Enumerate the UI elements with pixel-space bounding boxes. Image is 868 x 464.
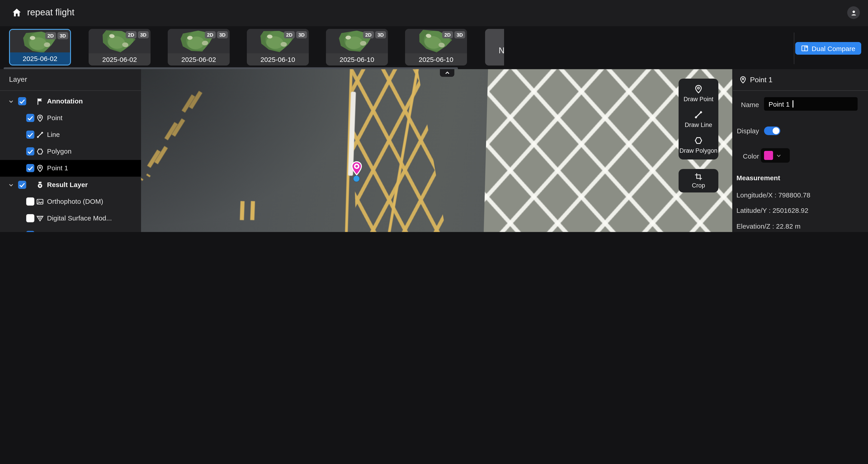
layer-group-result-layer[interactable]: Result Layer [0, 177, 141, 193]
draw-point-label: Draw Point [684, 96, 713, 103]
pin-icon [36, 114, 44, 122]
measurement-latitude: Latitude/Y : 2501628.92 [737, 206, 808, 214]
layer-group-annotation[interactable]: Annotation [0, 93, 141, 110]
surface-model-icon [36, 214, 44, 222]
draw-point-button[interactable]: Draw Point [684, 85, 713, 103]
checkbox-dsm[interactable] [26, 214, 34, 222]
badge-2d[interactable]: 2D [45, 32, 56, 39]
top-bar: repeat flight [0, 0, 868, 26]
chevron-down-icon[interactable] [8, 182, 14, 188]
measurement-value: 2501628.92 [773, 206, 809, 214]
layer-item-3d-model[interactable]: 3D Model [0, 227, 141, 232]
checkbox-result-layer[interactable] [18, 181, 26, 189]
name-label: Name [733, 101, 759, 108]
layer-item-polygon[interactable]: Polygon [0, 143, 141, 160]
layer-tree: Annotation Point Line Polygon Point 1 [0, 93, 141, 232]
badge-3d[interactable]: 3D [217, 31, 228, 38]
badge-2d[interactable]: 2D [284, 31, 295, 38]
measurement-label: Elevation/Z : [737, 222, 774, 230]
measurement-value: 798800.78 [778, 191, 810, 199]
checkbox-3d-model[interactable] [26, 231, 34, 232]
dual-compare-button[interactable]: Dual Compare [796, 42, 861, 55]
home-icon[interactable] [12, 8, 22, 18]
chevron-down-icon [776, 153, 782, 158]
layer-label: Polygon [47, 147, 71, 155]
mission-card-6[interactable]: 2D3D 2025-06-10 [405, 29, 467, 66]
layer-item-point[interactable]: Point [0, 110, 141, 127]
layer-panel-title: Layer [9, 75, 27, 84]
draw-toolbar: Draw Point Draw Line Draw Polygon [679, 78, 718, 160]
name-input[interactable] [764, 97, 858, 111]
badge-2d[interactable]: 2D [442, 31, 453, 38]
badge-2d[interactable]: 2D [363, 31, 374, 38]
display-toggle[interactable] [764, 127, 780, 135]
layer-item-point-1[interactable]: Point 1 [0, 160, 141, 177]
badge-3d[interactable]: 3D [57, 32, 68, 39]
mission-card-5[interactable]: 2D3D 2025-06-10 [326, 29, 388, 66]
layer-label: Point 1 [47, 164, 68, 172]
crop-button[interactable]: Crop [679, 169, 718, 193]
map-viewport[interactable]: Draw Point Draw Line Draw Polygon Crop A… [141, 69, 733, 232]
checkbox-point-1[interactable] [26, 164, 34, 172]
point-detail-panel: Point 1 Name Display Color Measurement L… [733, 69, 868, 232]
badge-2d[interactable]: 2D [205, 31, 216, 38]
draw-line-button[interactable]: Draw Line [685, 110, 712, 128]
layer-item-dsm[interactable]: Digital Surface Mod... [0, 210, 141, 227]
draw-line-label: Draw Line [685, 122, 712, 128]
mission-card-partial[interactable]: N [485, 29, 504, 66]
measurement-title: Measurement [737, 174, 780, 181]
measurement-label: Longitude/X : [737, 191, 776, 199]
split-view-icon [801, 45, 809, 52]
color-picker-button[interactable] [761, 148, 790, 163]
badge-3d[interactable]: 3D [296, 31, 307, 38]
mission-card-1[interactable]: 2D3D 2025-06-02 [9, 29, 71, 66]
layer-label: Line [47, 131, 60, 138]
partial-card-label: N [499, 46, 504, 56]
layer-item-orthophoto[interactable]: Orthophoto (DOM) [0, 193, 141, 210]
marker-base-dot [353, 176, 360, 181]
badge-3d[interactable]: 3D [138, 31, 149, 38]
flag-icon [36, 98, 44, 105]
checkbox-line[interactable] [26, 131, 34, 139]
mission-date: 2025-06-02 [10, 53, 70, 65]
mission-card-4[interactable]: 2D3D 2025-06-10 [247, 29, 309, 66]
checkbox-polygon[interactable] [26, 147, 34, 156]
vignette [141, 69, 733, 232]
mission-date: 2025-06-02 [89, 53, 151, 66]
mission-thumbnail-strip: 2D3D 2025-06-02 2D3D 2025-06-02 2D3D 202… [0, 26, 868, 69]
checkbox-point[interactable] [26, 114, 34, 122]
model-icon [36, 231, 44, 232]
collapse-strip-button[interactable] [440, 69, 454, 77]
thumbnail-scroll-area: 2D3D 2025-06-02 2D3D 2025-06-02 2D3D 202… [0, 29, 504, 66]
color-label: Color [733, 152, 759, 160]
line-icon [694, 110, 703, 119]
point-annotation-marker[interactable] [350, 161, 363, 176]
layer-label: Point [47, 114, 62, 122]
pin-icon [694, 85, 703, 94]
draw-polygon-label: Draw Polygon [680, 147, 717, 154]
page-title: repeat flight [27, 7, 74, 18]
layer-label: Digital Surface Mod... [47, 214, 112, 222]
pin-icon [36, 164, 44, 172]
badge-3d[interactable]: 3D [454, 31, 465, 38]
mission-card-3[interactable]: 2D3D 2025-06-02 [168, 29, 230, 66]
layer-item-line[interactable]: Line [0, 127, 141, 143]
mission-date: 2025-06-10 [247, 53, 309, 66]
user-avatar[interactable] [847, 6, 860, 19]
chevron-down-icon[interactable] [8, 99, 14, 104]
strip-divider [794, 33, 794, 64]
mission-date: 2025-06-10 [326, 53, 388, 66]
draw-polygon-button[interactable]: Draw Polygon [680, 136, 717, 154]
checkbox-annotation[interactable] [18, 97, 26, 105]
measurement-label: Latitude/Y : [737, 206, 771, 214]
hexagon-icon [36, 148, 44, 156]
layer-label: Orthophoto (DOM) [47, 197, 103, 205]
chevron-up-icon [444, 70, 450, 76]
mission-card-2[interactable]: 2D3D 2025-06-02 [89, 29, 151, 66]
badge-3d[interactable]: 3D [375, 31, 386, 38]
mission-date: 2025-06-10 [405, 53, 467, 66]
crop-label: Crop [692, 182, 705, 189]
badge-2d[interactable]: 2D [126, 31, 136, 38]
layer-panel: Layer Annotation Point Line [0, 69, 141, 232]
checkbox-orthophoto[interactable] [26, 197, 34, 206]
